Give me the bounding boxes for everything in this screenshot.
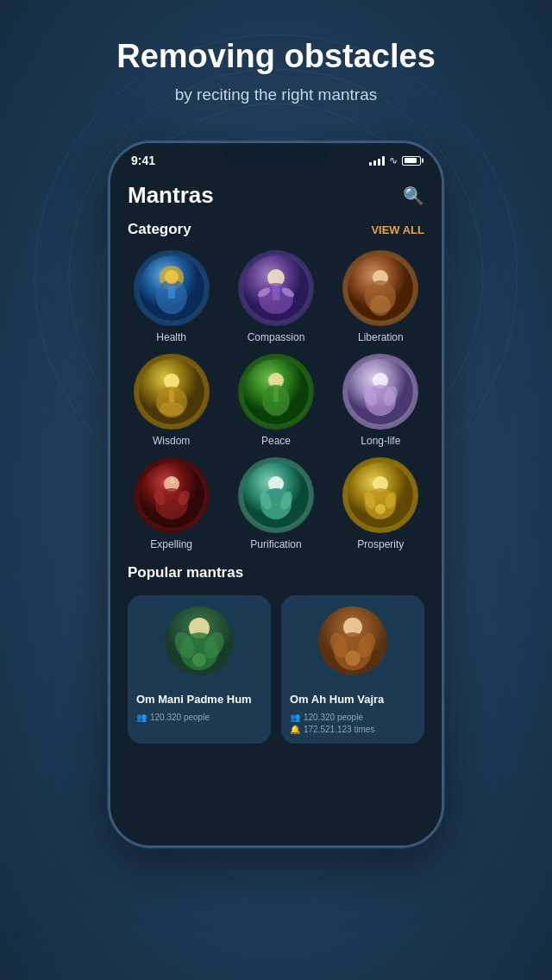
category-longlife-image	[342, 354, 418, 430]
category-longlife[interactable]: Long-life	[329, 350, 433, 450]
svg-point-11	[165, 270, 179, 284]
phone-screen: 9:41 ∿ Mantr	[110, 143, 442, 845]
category-health[interactable]: Health	[119, 247, 223, 347]
om-ah-hum-people-count: 120.320 people	[304, 713, 363, 722]
popular-section-header: Popular mantras	[110, 554, 442, 587]
view-all-button[interactable]: VIEW ALL	[371, 223, 424, 236]
phone-container: 9:41 ∿ Mantr	[0, 141, 552, 848]
category-section-header: Category VIEW ALL	[110, 216, 442, 247]
category-liberation-label: Liberation	[358, 331, 404, 343]
om-mani-people: 👥 120.320 people	[136, 713, 262, 722]
om-mani-body: Om Mani Padme Hum 👥 120.320 people	[128, 686, 271, 732]
svg-point-27	[160, 402, 184, 416]
svg-point-53	[375, 504, 386, 514]
category-expelling-image	[134, 457, 210, 533]
om-ah-hum-times: 🔔 172.521.123 times	[290, 725, 416, 734]
category-wisdom-image	[134, 354, 210, 430]
category-peace[interactable]: Peace	[223, 350, 328, 450]
category-compassion[interactable]: Compassion	[223, 247, 328, 347]
phone-notch	[224, 143, 328, 167]
categories-grid: Health	[110, 247, 442, 554]
category-prosperity[interactable]: Prosperity	[329, 454, 433, 554]
phone-frame: 9:41 ∿ Mantr	[108, 141, 444, 848]
app-title: Mantras	[128, 182, 214, 209]
category-purification-image	[238, 457, 314, 533]
status-icons: ∿	[369, 154, 421, 166]
category-compassion-label: Compassion	[248, 331, 305, 343]
category-prosperity-image	[342, 457, 418, 533]
category-liberation[interactable]: Liberation	[329, 247, 433, 347]
people-icon-2: 👥	[290, 713, 300, 722]
category-longlife-label: Long-life	[361, 435, 400, 447]
svg-point-60	[192, 653, 206, 667]
om-mani-image	[128, 595, 271, 686]
app-content: Mantras 🔍 Category VIEW ALL	[110, 172, 442, 845]
svg-rect-16	[273, 286, 279, 300]
svg-point-22	[370, 295, 391, 316]
om-ah-hum-people: 👥 120.320 people	[290, 713, 416, 722]
om-mani-people-count: 120.320 people	[150, 713, 210, 722]
svg-rect-26	[169, 390, 174, 402]
people-icon: 👥	[136, 713, 147, 722]
om-ah-hum-title: Om Ah Hum Vajra	[290, 693, 416, 707]
hero-title: Removing obstacles	[26, 39, 526, 75]
category-liberation-image	[342, 250, 418, 326]
category-health-label: Health	[156, 331, 186, 343]
battery-icon	[402, 156, 421, 166]
category-prosperity-label: Prosperity	[357, 538, 404, 550]
hero-subtitle: by reciting the right mantras	[26, 84, 526, 107]
app-header: Mantras 🔍	[110, 172, 442, 216]
search-button[interactable]: 🔍	[403, 185, 424, 206]
mantra-card-om-mani[interactable]: Om Mani Padme Hum 👥 120.320 people	[128, 595, 271, 744]
category-peace-image	[238, 354, 314, 430]
category-section-title: Category	[128, 221, 191, 238]
times-icon: 🔔	[290, 725, 300, 734]
category-expelling[interactable]: Expelling	[119, 454, 223, 554]
hero-section: Removing obstacles by reciting the right…	[0, 0, 552, 123]
status-time: 9:41	[131, 154, 155, 167]
category-wisdom[interactable]: Wisdom	[119, 350, 223, 450]
om-ah-hum-image	[281, 595, 424, 686]
category-health-image	[134, 250, 210, 326]
om-ah-hum-times-count: 172.521.123 times	[304, 725, 374, 734]
category-peace-label: Peace	[261, 435, 291, 447]
svg-rect-31	[273, 388, 279, 402]
category-purification[interactable]: Purification	[223, 454, 328, 554]
svg-rect-12	[168, 286, 175, 298]
category-wisdom-label: Wisdom	[153, 435, 190, 447]
category-compassion-image	[238, 250, 314, 326]
wifi-icon: ∿	[389, 154, 398, 166]
signal-icon	[369, 156, 385, 166]
om-mani-title: Om Mani Padme Hum	[136, 693, 262, 707]
category-purification-label: Purification	[250, 538, 301, 550]
svg-point-67	[345, 650, 361, 666]
category-expelling-label: Expelling	[150, 538, 192, 550]
popular-section-title: Popular mantras	[128, 564, 243, 581]
om-ah-hum-body: Om Ah Hum Vajra 👥 120.320 people 🔔 172.5…	[281, 686, 424, 744]
popular-cards-container: Om Mani Padme Hum 👥 120.320 people	[110, 587, 442, 749]
mantra-card-om-ah-hum[interactable]: Om Ah Hum Vajra 👥 120.320 people 🔔 172.5…	[281, 595, 424, 744]
